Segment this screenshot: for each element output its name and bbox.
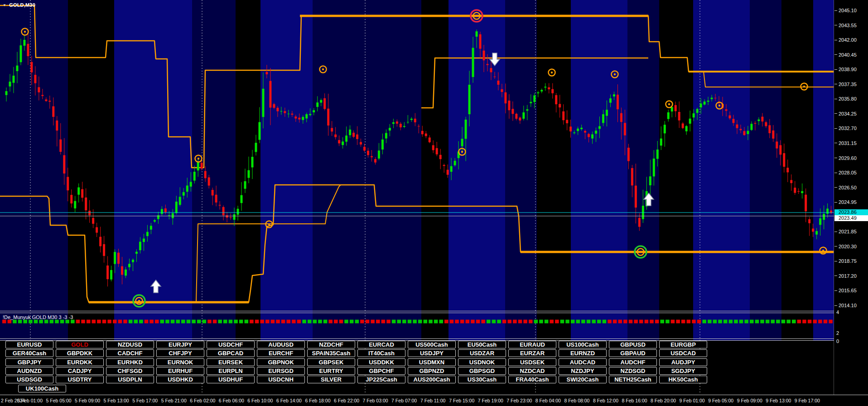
watchlist-symbol-button[interactable]: GBPCHF (357, 367, 405, 375)
watchlist-symbol-button[interactable]: EURAUD (508, 341, 556, 348)
signal-dot (129, 320, 133, 324)
watchlist-symbol-button[interactable]: NZDSGD (609, 367, 657, 375)
watchlist-symbol-button[interactable]: IT40Cash (357, 349, 405, 357)
signal-dot (455, 320, 459, 324)
signal-dot (302, 320, 306, 324)
watchlist-symbol-button[interactable]: AUDCHF (609, 358, 657, 366)
watchlist-symbol-button[interactable]: US500Cash (408, 341, 456, 348)
watchlist-symbol-button[interactable]: SWI20Cash (559, 376, 607, 383)
candle-body (465, 120, 467, 139)
watchlist-symbol-button[interactable]: NZDJPY (559, 367, 607, 375)
watchlist-symbol-button[interactable]: USDCAD (659, 349, 707, 357)
watchlist-symbol-button[interactable]: AUS200Cash (408, 376, 456, 383)
watchlist-symbol-button[interactable]: SGDJPY (659, 367, 707, 375)
watchlist-symbol-button[interactable]: GER40Cash (5, 349, 53, 357)
watchlist-symbol-button[interactable]: GBPSEK (307, 358, 355, 366)
watchlist-symbol-button[interactable]: NETH25Cash (609, 376, 657, 383)
candle-body (125, 270, 127, 276)
watchlist-symbol-button[interactable]: CADCHF (106, 349, 154, 357)
watchlist-symbol-button[interactable]: USDSGD (5, 376, 53, 383)
watchlist-symbol-button[interactable]: AUDUSD (257, 341, 305, 348)
watchlist-symbol-button[interactable]: NZDCHF (307, 341, 355, 348)
watchlist-symbol-button[interactable]: EURZAR (508, 349, 556, 357)
watchlist-symbol-button[interactable]: EURSEK (207, 358, 255, 366)
arrow-up-signal-icon[interactable] (151, 280, 161, 293)
watchlist-symbol-button[interactable]: CHFSGD (106, 367, 154, 375)
candle-body (566, 120, 568, 123)
watchlist-symbol-button[interactable]: USDCNH (257, 376, 305, 383)
candle-body (479, 34, 482, 49)
watchlist-symbol-button[interactable]: SPAIN35Cash (307, 349, 355, 357)
watchlist-symbol-button[interactable]: USDDKK (357, 358, 405, 366)
watchlist-symbol-button[interactable]: US30Cash (458, 376, 506, 383)
watchlist-symbol-button[interactable]: EURUSD (5, 341, 53, 348)
candle-body (418, 126, 420, 126)
watchlist-symbol-button[interactable]: USDPLN (106, 376, 154, 383)
candle-body (555, 95, 557, 104)
signal-dot (392, 320, 396, 324)
watchlist-symbol-button[interactable]: EURDKK (56, 358, 104, 366)
watchlist-symbol-button[interactable]: GBPSGD (458, 367, 506, 375)
candle-body (175, 202, 178, 213)
watchlist-symbol-button[interactable]: AUDNZD (5, 367, 53, 375)
price-tick (834, 113, 837, 114)
candle-body (812, 228, 814, 232)
watchlist-symbol-button[interactable]: JP225Cash (357, 376, 405, 383)
candle-body (591, 134, 593, 138)
signal-dot (671, 320, 675, 324)
watchlist-symbol-button[interactable]: GBPJPY (5, 358, 53, 366)
signal-dot (171, 320, 175, 324)
watchlist-symbol-button[interactable]: USDZAR (458, 349, 506, 357)
watchlist-symbol-button[interactable]: EURHUF (156, 367, 204, 375)
watchlist-symbol-button[interactable]: USDTRY (56, 376, 104, 383)
candle-body (747, 131, 749, 134)
watchlist-symbol-button[interactable]: USDSEK (508, 358, 556, 366)
watchlist-symbol-button[interactable]: EURGBP (659, 341, 707, 348)
watchlist-symbol-button[interactable]: GBPNOK (257, 358, 305, 366)
watchlist-symbol-button[interactable]: EURTRY (307, 367, 355, 375)
watchlist-symbol-button[interactable]: NZDCAD (508, 367, 556, 375)
watchlist-symbol-button[interactable]: GBPAUD (609, 349, 657, 357)
watchlist-symbol-button[interactable]: EURSGD (257, 367, 305, 375)
watchlist-symbol-button[interactable]: USDHUF (207, 376, 255, 383)
watchlist-symbol-button[interactable]: NZDUSD (106, 341, 154, 348)
watchlist-symbol-button[interactable]: EURNOK (156, 358, 204, 366)
watchlist-symbol-button[interactable]: GBPCAD (207, 349, 255, 357)
candle-body (667, 112, 670, 119)
watchlist-symbol-button[interactable]: USDJPY (408, 349, 456, 357)
watchlist-symbol-button[interactable]: EURHKD (106, 358, 154, 366)
watchlist-symbol-button[interactable]: GBPDKK (56, 349, 104, 357)
watchlist-symbol-button[interactable]: EURCHF (257, 349, 305, 357)
watchlist-symbol-button[interactable]: CADJPY (56, 367, 104, 375)
signal-dot (476, 320, 480, 324)
chevron-down-icon[interactable]: ▼ (3, 3, 6, 7)
watchlist-symbol-button[interactable]: USDCHF (207, 341, 255, 348)
watchlist-symbol-button[interactable]: EURNZD (559, 349, 607, 357)
watchlist-symbol-button[interactable]: EURJPY (156, 341, 204, 348)
watchlist-symbol-button[interactable]: UK100Cash (18, 385, 66, 392)
watchlist-symbol-button[interactable]: USDNOK (458, 358, 506, 366)
watchlist-symbol-button[interactable]: USDHKD (156, 376, 204, 383)
watchlist-symbol-button[interactable]: FRA40Cash (508, 376, 556, 383)
time-axis[interactable]: 2 Feb 20245 Feb 01:005 Feb 05:005 Feb 09… (0, 395, 868, 406)
price-axis[interactable]: 2045.102043.552042.002040.452038.902037.… (834, 0, 868, 395)
signal-dot (508, 320, 512, 324)
candle-body (548, 87, 550, 89)
arrow-up-signal-icon[interactable] (644, 193, 654, 206)
candle-body (407, 122, 409, 122)
watchlist-symbol-button[interactable]: CHFJPY (156, 349, 204, 357)
watchlist-symbol-button[interactable]: EURPLN (207, 367, 255, 375)
watchlist-symbol-button[interactable]: HK50Cash (659, 376, 707, 383)
watchlist-symbol-button[interactable]: AUDJPY (659, 358, 707, 366)
watchlist-symbol-button[interactable]: GBPUSD (609, 341, 657, 348)
subwindow-separator-top1[interactable] (0, 311, 868, 311)
watchlist-symbol-button[interactable]: EU50Cash (458, 341, 506, 348)
watchlist-symbol-button[interactable]: USDMXN (408, 358, 456, 366)
watchlist-symbol-button[interactable]: GBPNZD (408, 367, 456, 375)
watchlist-symbol-button[interactable]: EURCAD (357, 341, 405, 348)
watchlist-symbol-button[interactable]: SILVER (307, 376, 355, 383)
watchlist-symbol-button[interactable]: AUDCAD (559, 358, 607, 366)
watchlist-symbol-button[interactable]: US100Cash (559, 341, 607, 348)
watchlist-symbol-button[interactable]: GOLD (56, 341, 104, 348)
subwindow-separator-bottom1[interactable] (0, 338, 868, 339)
